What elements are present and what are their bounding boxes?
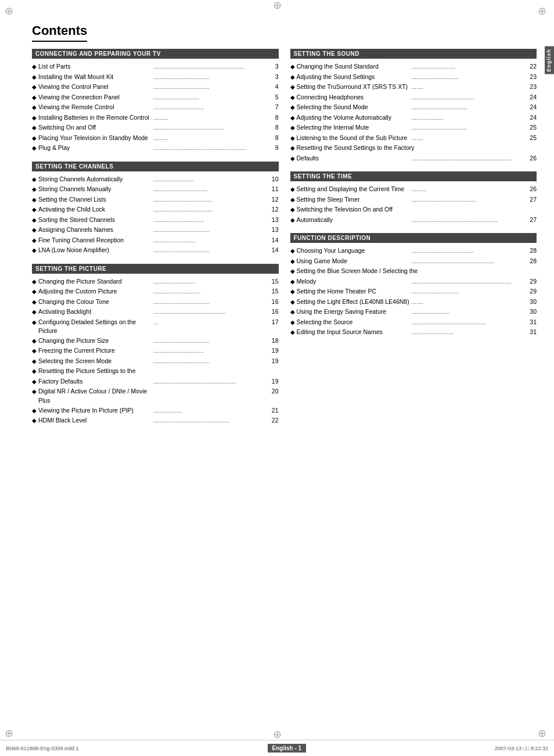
toc-bullet: ◆	[32, 337, 37, 346]
toc-label: Viewing the Control Panel	[38, 83, 152, 91]
toc-dots: .................................	[411, 123, 525, 132]
toc-dots: ........................	[153, 175, 267, 184]
toc-page-number: 22	[526, 62, 537, 71]
toc-label: Setting the Blue Screen Mode / Selecting…	[297, 267, 537, 275]
bottom-left-text: BN68-01186B-Eng-0309.indd 1	[6, 746, 79, 751]
toc-item: ◆Resetting the Picture Settings to the	[32, 366, 279, 377]
toc-item: ◆Resetting the Sound Settings to the Fac…	[290, 143, 537, 153]
toc-dots: ........................................…	[153, 416, 267, 425]
toc-bullet: ◆	[290, 328, 295, 337]
bottom-right-text: 2007-03-13 □□ 9:22:32	[495, 746, 548, 751]
section-header-channels: SETTING THE CHANNELS	[32, 162, 279, 171]
left-column: CONNECTING AND PREPARING YOUR TV ◆List o…	[32, 49, 279, 434]
toc-item: ◆ Melody................................…	[290, 277, 537, 287]
toc-bullet: ◆	[32, 407, 37, 415]
toc-item: ◆Plug & Play............................…	[32, 143, 279, 153]
toc-item: ◆Adjusting the Sound Settings...........…	[290, 72, 537, 83]
toc-dots: ..............................	[153, 346, 267, 355]
toc-dots: .........................	[153, 236, 267, 245]
toc-page-number: 21	[268, 406, 279, 415]
toc-dots: .................................	[153, 246, 267, 255]
toc-item: ◆Editing the Input Source Names.........…	[290, 327, 537, 338]
toc-label: Placing Your Television in Standby Mode	[38, 134, 152, 142]
toc-page-number: 19	[268, 357, 279, 366]
toc-bullet: ◆	[32, 73, 37, 82]
toc-bullet: ◆	[32, 103, 37, 112]
toc-item: ◆Installing Batteries in the Remote Cont…	[32, 113, 279, 123]
section-header-connecting: CONNECTING AND PREPARING YOUR TV	[32, 49, 279, 59]
toc-dots: ........................................…	[411, 277, 525, 286]
toc-label: Editing the Input Source Names	[297, 328, 411, 336]
toc-label: Switching the Television On and Off	[297, 205, 537, 214]
toc-dots: .......	[411, 298, 525, 306]
toc-bullet: ◆	[290, 185, 295, 194]
language-tab: English	[545, 46, 554, 74]
toc-page-number: 15	[268, 287, 279, 296]
toc-bullet: ◆	[290, 73, 295, 82]
toc-item: ◆Changing the Picture Size..............…	[32, 336, 279, 346]
toc-page-number: 14	[268, 246, 279, 255]
toc-item: ◆Switching On and Off...................…	[32, 123, 279, 133]
toc-page-number: 15	[268, 277, 279, 286]
toc-label: Changing the Picture Size	[38, 336, 152, 345]
toc-dots: ........................................…	[411, 216, 525, 224]
toc-label: Automatically	[297, 216, 411, 224]
toc-dots: ...................................	[153, 195, 267, 204]
toc-dots: .........	[153, 113, 267, 122]
toc-item: ◆Selecting the Sound Mode...............…	[290, 102, 537, 113]
toc-page-number: 8	[268, 123, 279, 132]
toc-label: Activating the Child Lock	[38, 205, 152, 214]
toc-item: ◆Assigning Channels Names...............…	[32, 225, 279, 235]
toc-dots: .................................	[153, 83, 267, 91]
toc-dots: .................	[153, 406, 267, 415]
toc-label: Selecting the Internal Mute	[297, 123, 411, 132]
toc-bullet: ◆	[32, 124, 37, 132]
toc-page-number: 13	[268, 216, 279, 224]
toc-page-number: 3	[268, 73, 279, 81]
toc-bullet: ◆	[290, 114, 295, 123]
toc-label: Setting the Light Effect (LE40N8 LE46N8)	[297, 298, 411, 306]
toc-page-number: 25	[526, 134, 537, 142]
toc-page-number: 18	[268, 336, 279, 345]
toc-page-number: 9	[268, 144, 279, 152]
toc-item: ◆ Defaults..............................…	[290, 153, 537, 164]
toc-page-number: 16	[268, 298, 279, 306]
toc-dots: .....................................	[411, 246, 525, 255]
toc-page-number: 14	[268, 236, 279, 245]
toc-page-number: 11	[268, 185, 279, 194]
toc-item: ◆Configuring Detailed Settings on the Pi…	[32, 317, 279, 336]
toc-label: Fine Tuning Channel Reception	[38, 236, 152, 245]
toc-page-number: 26	[526, 154, 537, 163]
toc-bullet: ◆	[32, 144, 37, 153]
toc-dots: ............................	[411, 287, 525, 296]
toc-bullet: ◆	[32, 185, 37, 194]
toc-item: ◆LNA (Low Noise Amplifier)..............…	[32, 245, 279, 256]
toc-page-number: 23	[526, 83, 537, 91]
crosshair-top: ⊕	[273, 0, 282, 10]
toc-bullet: ◆	[32, 367, 37, 376]
toc-bullet: ◆	[32, 278, 37, 286]
toc-page-number: 29	[526, 277, 537, 286]
toc-page-number: 30	[526, 307, 537, 316]
toc-item: ◆Listening to the Sound of the Sub Pictu…	[290, 133, 537, 144]
toc-page-number: 4	[268, 83, 279, 91]
toc-bullet: ◆	[290, 308, 295, 317]
toc-bullet: ◆	[32, 134, 37, 143]
toc-bullet: ◆	[32, 196, 37, 205]
toc-dots: ...........................	[153, 93, 267, 102]
toc-label: Defaults	[297, 154, 411, 163]
toc-list-channels: ◆Storing Channels Automatically.........…	[32, 174, 279, 256]
toc-item: ◆Selecting the Screen Mode..............…	[32, 356, 279, 367]
toc-bullet: ◆	[32, 94, 37, 102]
bottom-bar: BN68-01186B-Eng-0309.indd 1 English - 1 …	[0, 740, 554, 756]
toc-label: Changing the Picture Standard	[38, 277, 152, 286]
toc-dots: .................................	[153, 225, 267, 234]
toc-item: ◆Placing Your Television in Standby Mode…	[32, 133, 279, 144]
toc-page-number: 30	[526, 298, 537, 306]
toc-bullet: ◆	[290, 318, 295, 327]
toc-item: ◆Activating Backlight...................…	[32, 307, 279, 317]
toc-item: ◆ Factory Defaults......................…	[32, 377, 279, 387]
toc-dots: .........................	[153, 277, 267, 286]
toc-page-number: 7	[268, 103, 279, 112]
corner-mark-br: ⊕	[538, 727, 549, 739]
